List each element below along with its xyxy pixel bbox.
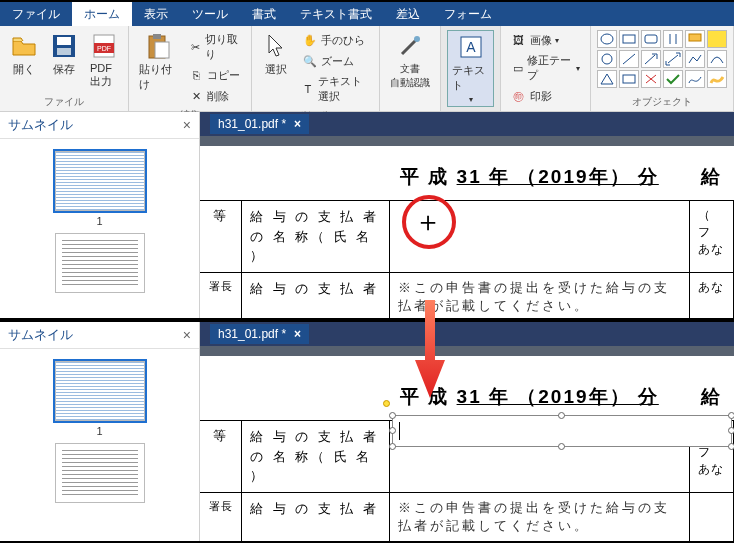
menu-file[interactable]: ファイル — [0, 2, 72, 26]
save-icon — [50, 32, 78, 60]
form-cell: 署長 — [200, 493, 242, 541]
document-title: 平 成 31 年 （2019年） 分 給 — [400, 164, 722, 190]
image-button[interactable]: 🖼画像▾ — [507, 30, 584, 50]
shape-bracket[interactable] — [663, 30, 683, 48]
image-icon: 🖼 — [511, 32, 527, 48]
ribbon-group-file: ファイル — [44, 93, 84, 109]
shape-roundrect[interactable] — [641, 30, 661, 48]
svg-point-16 — [602, 54, 612, 64]
resize-handle[interactable] — [558, 443, 565, 450]
shape-check[interactable] — [663, 70, 683, 88]
shape-double-arrow[interactable] — [663, 50, 683, 68]
document-title: 平 成 31 年 （2019年） 分 給 — [400, 384, 722, 410]
close-thumbnail-button[interactable]: × — [183, 327, 191, 343]
shape-curve[interactable] — [707, 50, 727, 68]
copy-button[interactable]: ⎘コピー — [184, 65, 245, 85]
document-canvas[interactable]: 平 成 31 年 （2019年） 分 給 等 給 与 の 支 払 者の 名 称（… — [200, 146, 734, 318]
svg-text:PDF: PDF — [97, 45, 111, 52]
inserted-text-box[interactable] — [392, 415, 732, 447]
resize-handle[interactable] — [389, 443, 396, 450]
text-caret — [399, 422, 400, 440]
form-note: ※この申告書の提出を受けた給与の支払者が記載してください。 — [390, 493, 690, 541]
select-button[interactable]: 選択 — [258, 30, 294, 79]
svg-rect-2 — [57, 48, 71, 55]
correction-tape-button[interactable]: ▭修正テープ▾ — [507, 51, 584, 85]
menu-form[interactable]: フォーム — [432, 2, 504, 26]
thumbnail-title: サムネイル — [8, 326, 73, 344]
document-tab[interactable]: h31_01.pdf *× — [210, 114, 309, 134]
shape-ellipse[interactable] — [597, 30, 617, 48]
form-cell: 給 与 の 支 払 者 — [242, 273, 390, 319]
svg-rect-20 — [623, 75, 635, 83]
auto-recognize-button[interactable]: 文書 自動認識 — [386, 30, 434, 92]
menu-format[interactable]: 書式 — [240, 2, 288, 26]
cut-button[interactable]: ✂切り取り — [184, 30, 245, 64]
menu-textformat[interactable]: テキスト書式 — [288, 2, 384, 26]
thumbnail-page-2[interactable] — [55, 233, 145, 293]
pdf-export-button[interactable]: PDFPDF出力 — [86, 30, 122, 91]
shape-arrow[interactable] — [641, 50, 661, 68]
close-thumbnail-button[interactable]: × — [183, 117, 191, 133]
wand-icon — [396, 32, 424, 60]
shape-line[interactable] — [619, 50, 639, 68]
svg-line-17 — [623, 54, 635, 64]
text-select-button[interactable]: Ꭲテキスト選択 — [298, 72, 373, 106]
menu-merge[interactable]: 差込 — [384, 2, 432, 26]
open-button[interactable]: 開く — [6, 30, 42, 79]
stamp-button[interactable]: ㊞印影 — [507, 86, 584, 106]
shape-circle[interactable] — [597, 50, 617, 68]
form-cell: 給 与 の 支 払 者の 名 称（ 氏 名 ） — [242, 201, 390, 272]
menu-tool[interactable]: ツール — [180, 2, 240, 26]
ribbon-group-object: オブジェクト — [632, 93, 692, 109]
form-cell: 署長 — [200, 273, 242, 319]
resize-handle[interactable] — [558, 412, 565, 419]
tape-icon: ▭ — [511, 60, 524, 76]
svg-line-19 — [668, 55, 678, 63]
svg-rect-14 — [645, 35, 657, 43]
document-tab[interactable]: h31_01.pdf *× — [210, 324, 309, 344]
thumbnail-page-1[interactable] — [55, 361, 145, 421]
resize-handle[interactable] — [728, 427, 734, 434]
form-cell: （ フあな — [690, 201, 734, 272]
save-button[interactable]: 保存 — [46, 30, 82, 79]
menu-home[interactable]: ホーム — [72, 2, 132, 26]
form-cell: 給 与 の 支 払 者 — [242, 493, 390, 541]
document-canvas[interactable]: 平 成 31 年 （2019年） 分 給 等 給 与 の 支 払 者の 名 称（… — [200, 356, 734, 541]
form-note: ※この申告書の提出を受けた給与の支払者が記載してください。 — [390, 273, 690, 319]
svg-rect-8 — [155, 42, 169, 58]
delete-icon: ✕ — [188, 88, 204, 104]
svg-rect-1 — [57, 37, 71, 45]
thumbnail-title: サムネイル — [8, 116, 73, 134]
rotate-handle[interactable] — [383, 400, 390, 407]
resize-handle[interactable] — [728, 412, 734, 419]
close-tab-button[interactable]: × — [294, 117, 301, 131]
shape-triangle[interactable] — [597, 70, 617, 88]
form-value-cell[interactable]: ＋ — [390, 201, 690, 272]
shape-highlight[interactable] — [707, 30, 727, 48]
zoom-tool-button[interactable]: 🔍ズーム — [298, 51, 373, 71]
shape-callout[interactable] — [685, 30, 705, 48]
paste-button[interactable]: 貼り付け — [135, 30, 180, 94]
shape-x[interactable] — [641, 70, 661, 88]
hand-tool-button[interactable]: ✋手のひら — [298, 30, 373, 50]
resize-handle[interactable] — [389, 412, 396, 419]
page-number: 1 — [8, 425, 191, 437]
form-value-cell[interactable] — [390, 421, 690, 492]
ribbon: 開く 保存 PDFPDF出力 ファイル 貼り付け ✂切り取り ⎘コピー ✕削除 … — [0, 26, 734, 112]
thumbnail-page-1[interactable] — [55, 151, 145, 211]
resize-handle[interactable] — [728, 443, 734, 450]
shape-polyline[interactable] — [685, 50, 705, 68]
delete-button[interactable]: ✕削除 — [184, 86, 245, 106]
menu-view[interactable]: 表示 — [132, 2, 180, 26]
shape-rect[interactable] — [619, 30, 639, 48]
text-tool-button[interactable]: Aテキスト▾ — [447, 30, 494, 107]
thumbnail-page-2[interactable] — [55, 443, 145, 503]
shape-marker[interactable] — [707, 70, 727, 88]
close-tab-button[interactable]: × — [294, 327, 301, 341]
text-cursor-indicator: ＋ — [402, 195, 456, 249]
resize-handle[interactable] — [389, 427, 396, 434]
shape-freehand[interactable] — [685, 70, 705, 88]
shape-palette — [597, 30, 727, 88]
shape-rect-outline[interactable] — [619, 70, 639, 88]
paste-icon — [144, 32, 172, 60]
